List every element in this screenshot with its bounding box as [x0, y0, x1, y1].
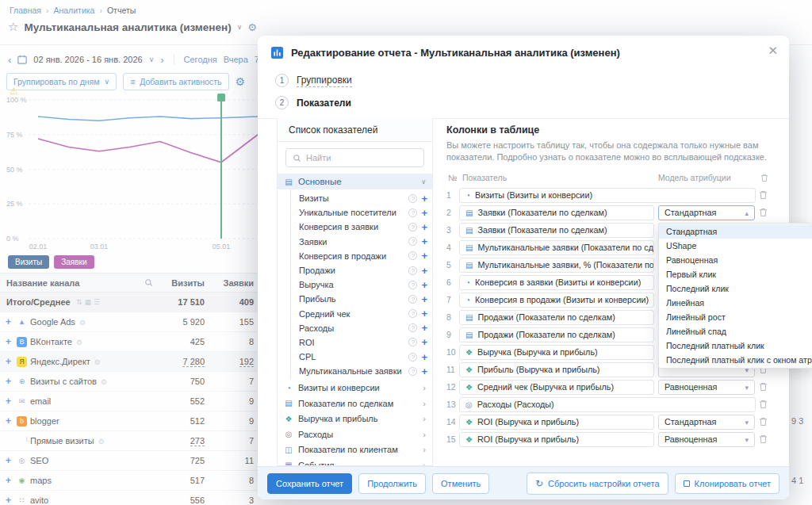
clone-report-button[interactable]: Клонировать отчет [675, 473, 779, 494]
metric-section[interactable]: ▦ События › [278, 457, 432, 466]
metric-box[interactable]: ▤ Заявки (Показатели по сделкам) [459, 223, 654, 238]
help-icon[interactable]: ? [408, 209, 417, 217]
dropdown-option[interactable]: Линейная [659, 296, 812, 310]
row-number: 15 [446, 434, 459, 444]
metric-item[interactable]: Заявки ? + [291, 235, 432, 249]
dropdown-option[interactable]: Линейный рост [659, 310, 812, 324]
metric-item[interactable]: Прибыль ? + [291, 292, 432, 306]
metric-box[interactable]: ◔ Визиты (Визиты и конверсии) [459, 188, 756, 203]
metric-box[interactable]: ❖ Выручка (Выручка и прибыль) [459, 345, 654, 360]
save-report-button[interactable]: Сохранить отчет [267, 473, 352, 494]
metric-section[interactable]: ◎ Расходы › [278, 427, 432, 442]
metric-item[interactable]: Визиты ? + [291, 191, 432, 205]
help-icon[interactable]: ? [408, 338, 417, 346]
metric-item[interactable]: CPL ? + [291, 350, 432, 364]
metric-box[interactable]: ◔ Конверсия в продажи (Визиты и конверси… [459, 293, 654, 308]
help-icon[interactable]: ? [408, 281, 417, 289]
dropdown-option[interactable]: Равноценная [659, 253, 812, 267]
metric-box[interactable]: ▤ Продажи (Показатели по сделкам) [459, 327, 654, 342]
close-icon[interactable]: ✕ [768, 44, 778, 58]
add-metric-icon[interactable]: + [421, 207, 427, 219]
dropdown-option[interactable]: Стандартная [659, 224, 812, 239]
metric-box[interactable]: ▤ Мультиканальные заявки (Показатели по … [459, 240, 654, 255]
dropdown-option[interactable]: Последний платный клик [659, 339, 812, 353]
metric-box[interactable]: ❖ Средний чек (Выручка и прибыль) [459, 380, 654, 395]
help-icon[interactable]: ? [408, 353, 417, 362]
dropdown-option[interactable]: Последний клик [659, 281, 812, 296]
step-label[interactable]: Группировки [297, 75, 352, 87]
add-metric-icon[interactable]: + [421, 365, 427, 377]
metric-item[interactable]: Мультиканальные заявки ? + [291, 364, 432, 378]
add-metric-icon[interactable]: + [421, 322, 427, 334]
step-groupings[interactable]: 1 Группировки [275, 74, 352, 87]
add-metric-icon[interactable]: + [421, 351, 427, 363]
step-metrics[interactable]: 2 Показатели [275, 96, 351, 109]
help-icon[interactable]: ? [408, 237, 417, 246]
add-metric-icon[interactable]: + [421, 336, 427, 348]
metric-item[interactable]: Конверсия в заявки ? + [291, 220, 432, 234]
help-icon[interactable]: ? [408, 323, 417, 332]
help-icon[interactable]: ? [408, 223, 417, 231]
metric-item[interactable]: ROI ? + [291, 335, 432, 350]
metric-section[interactable]: ◔ Визиты и конверсии › [278, 380, 432, 396]
delete-row-trash-icon[interactable] [759, 382, 768, 392]
dropdown-option[interactable]: Линейный спад [659, 324, 812, 339]
help-icon[interactable]: ? [408, 309, 417, 318]
metrics-search[interactable] [285, 148, 424, 167]
delete-row-trash-icon[interactable] [759, 190, 768, 200]
clone-icon [684, 480, 690, 487]
add-metric-icon[interactable]: + [421, 279, 427, 291]
metric-section[interactable]: ❖ Выручка и прибыль › [278, 411, 432, 427]
dropdown-option[interactable]: UShape [659, 239, 812, 253]
attribution-model-select[interactable]: Равноценная [658, 380, 755, 395]
metric-box[interactable]: ◔ Конверсия в заявки (Визиты и конверсии… [459, 275, 654, 290]
attribution-model-select[interactable]: Стандартная [658, 205, 755, 220]
cancel-button[interactable]: Отменить [432, 473, 489, 494]
metric-box[interactable]: ❖ ROI (Выручка и прибыль) [459, 432, 654, 447]
add-metric-icon[interactable]: + [421, 265, 427, 277]
help-icon[interactable]: ? [408, 266, 417, 275]
delete-row-trash-icon[interactable] [759, 417, 768, 427]
metric-item[interactable]: Расходы ? + [291, 321, 432, 335]
help-icon[interactable]: ? [408, 251, 417, 260]
metric-item[interactable]: Продажи ? + [291, 263, 432, 277]
dropdown-option[interactable]: Первый клик [659, 267, 812, 281]
attribution-model-select[interactable]: Стандартная [658, 415, 755, 430]
metric-item[interactable]: Средний чек ? + [291, 307, 432, 321]
add-metric-icon[interactable]: + [421, 193, 427, 205]
delete-row-trash-icon[interactable] [759, 208, 768, 217]
metric-box[interactable]: ▤ Мультиканальные заявки, % (Показатели … [459, 258, 654, 273]
add-metric-icon[interactable]: + [421, 293, 427, 305]
metric-box[interactable]: ❖ Прибыль (Выручка и прибыль) [459, 362, 654, 377]
metric-box[interactable]: ▤ Заявки (Показатели по сделкам) [459, 205, 654, 220]
chevron-icon[interactable]: ∨ [421, 178, 426, 186]
column-row: 1 ◔ Визиты (Визиты и конверсии) [446, 188, 773, 203]
add-metric-icon[interactable]: + [421, 221, 427, 233]
column-row: 15 ❖ ROI (Выручка и прибыль) Равноценная [446, 432, 773, 447]
add-metric-icon[interactable]: + [421, 250, 427, 262]
tree-group-main[interactable]: ▤ Основные ∨ [278, 174, 432, 189]
reset-report-settings-button[interactable]: ↻Сбросить настройки отчета [527, 472, 668, 495]
delete-row-trash-icon[interactable] [759, 434, 768, 444]
metrics-search-input[interactable] [306, 153, 409, 163]
dropdown-option[interactable]: Последний платный клик с окном атрибуции [659, 353, 812, 367]
metric-box[interactable]: ◎ Расходы (Расходы) [459, 397, 756, 412]
row-number: 1 [446, 190, 459, 200]
metric-item[interactable]: Выручка ? + [291, 277, 432, 292]
attribution-model-select[interactable]: Равноценная [658, 432, 755, 447]
metric-section[interactable]: ▤ Показатели по сделкам › [278, 396, 432, 411]
metric-item[interactable]: Уникальные посетители ? + [291, 205, 432, 220]
add-metric-icon[interactable]: + [421, 235, 427, 247]
search-icon [293, 154, 301, 163]
select-chevron-icon [745, 382, 749, 392]
metric-box[interactable]: ▤ Продажи (Показатели по сделкам) [459, 310, 654, 325]
metric-item[interactable]: Конверсия в продажи ? + [291, 249, 432, 263]
help-icon[interactable]: ? [408, 295, 417, 304]
metric-box[interactable]: ❖ ROI (Выручка и прибыль) [459, 415, 654, 430]
continue-button[interactable]: Продолжить [358, 473, 426, 494]
metric-section[interactable]: ◫ Показатели по клиентам › [278, 442, 432, 457]
add-metric-icon[interactable]: + [421, 308, 427, 319]
help-icon[interactable]: ? [408, 194, 417, 203]
delete-row-trash-icon[interactable] [759, 400, 768, 409]
help-icon[interactable]: ? [408, 367, 417, 376]
